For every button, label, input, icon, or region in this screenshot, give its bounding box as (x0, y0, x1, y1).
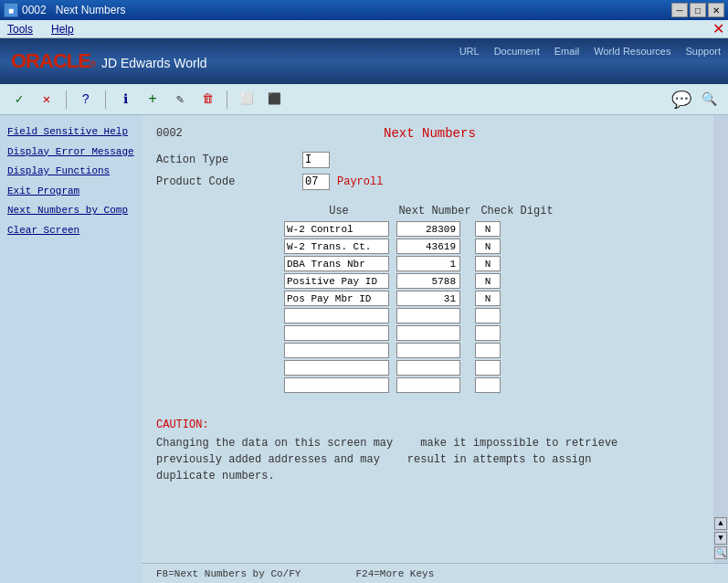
nav-document[interactable]: Document (494, 46, 540, 57)
grid-check-5[interactable] (475, 308, 501, 323)
grid-number-7[interactable] (396, 343, 460, 358)
copy-button[interactable]: ⬜ (235, 88, 258, 111)
sidebar-item-next-numbers-comp[interactable]: Next Numbers by Comp (0, 201, 142, 221)
scroll-up-button[interactable]: ▲ (714, 517, 727, 530)
sidebar-item-display-functions[interactable]: Display Functions (0, 162, 142, 182)
grid-number-1[interactable] (396, 238, 460, 254)
grid-use-6[interactable] (284, 325, 389, 341)
grid-check-2[interactable] (475, 256, 501, 271)
grid-check-4[interactable] (475, 291, 501, 306)
fkey-f24[interactable]: F24=More Keys (355, 568, 434, 579)
title-bar-controls: ─ □ ✕ (671, 3, 724, 17)
help-button[interactable]: ? (74, 88, 98, 111)
maximize-button[interactable]: □ (690, 3, 706, 17)
col-header-check-digit: Check Digit (476, 205, 558, 217)
delete-button[interactable]: 🗑 (195, 88, 219, 111)
grid-number-2[interactable] (396, 256, 460, 271)
sidebar-item-exit-program[interactable]: Exit Program (0, 182, 142, 202)
scroll-zoom-button[interactable]: 🔍 (714, 546, 727, 559)
grid-use-2[interactable] (284, 256, 389, 271)
nav-email[interactable]: Email (554, 46, 580, 57)
menu-bar: Tools Help ✕ (0, 20, 728, 38)
grid-number-5[interactable] (396, 308, 460, 323)
sidebar-item-clear-screen[interactable]: Clear Screen (0, 221, 142, 241)
jde-text: JD Edwards World (101, 56, 207, 70)
scroll-down-button[interactable]: ▼ (714, 532, 727, 545)
sidebar-item-field-help[interactable]: Field Sensitive Help (0, 122, 142, 143)
grid-check-6[interactable] (475, 325, 501, 341)
product-code-label: Product Code (156, 175, 302, 188)
action-type-input[interactable] (302, 152, 330, 168)
cancel-button[interactable]: ✕ (35, 88, 58, 111)
fkey-f8[interactable]: F8=Next Numbers by Co/FY (156, 568, 301, 579)
grid-number-4[interactable] (396, 291, 460, 306)
caution-line2b: result in attempts to assign (407, 451, 592, 468)
info-button[interactable]: ℹ (113, 88, 137, 111)
add-button[interactable]: + (141, 88, 164, 111)
form-title: Next Numbers (183, 126, 677, 141)
caution-row3: duplicate numbers. (156, 468, 713, 484)
grid-use-3[interactable] (284, 273, 389, 289)
caution-row2: previously added addresses and may resul… (156, 451, 713, 468)
grid-use-7[interactable] (284, 343, 389, 358)
product-code-input[interactable] (302, 174, 330, 190)
title-bar-text: 0002 Next Numbers (22, 4, 671, 16)
grid-check-9[interactable] (475, 377, 501, 393)
grid-row (165, 221, 713, 237)
search-button[interactable]: 🔍 (697, 88, 721, 111)
close-button[interactable]: ✕ (708, 3, 724, 17)
grid-check-1[interactable] (475, 238, 501, 254)
action-type-row: Action Type (156, 152, 713, 168)
caution-row1: Changing the data on this screen may mak… (156, 435, 713, 451)
grid-row (165, 238, 713, 254)
menu-help[interactable]: Help (47, 22, 78, 37)
menu-tools[interactable]: Tools (4, 22, 37, 37)
minimize-button[interactable]: ─ (671, 3, 688, 17)
separator (66, 90, 67, 109)
chat-button[interactable]: 💬 (670, 88, 693, 111)
nav-world-resources[interactable]: World Resources (594, 46, 670, 57)
separator3 (227, 90, 227, 109)
grid-check-0[interactable] (475, 221, 501, 237)
grid-use-5[interactable] (284, 308, 389, 323)
separator2 (105, 90, 106, 109)
caution-line3: duplicate numbers. (156, 470, 275, 482)
form-id: 0002 (156, 127, 183, 140)
title-text: Next Numbers (56, 4, 126, 16)
grid-use-0[interactable] (284, 221, 389, 237)
title-id: 0002 (22, 4, 47, 16)
grid-use-8[interactable] (284, 360, 389, 376)
grid-number-6[interactable] (396, 325, 460, 341)
grid-number-8[interactable] (396, 360, 460, 376)
grid-use-9[interactable] (284, 377, 389, 393)
right-scrollbar: ▲ ▼ 🔍 (713, 115, 728, 563)
oracle-header: ORACLE® JD Edwards World URL Document Em… (0, 38, 728, 84)
grid-row (165, 360, 713, 376)
caution-line1a: Changing the data on this screen may (156, 435, 393, 451)
grid-check-8[interactable] (475, 360, 501, 376)
nav-support[interactable]: Support (685, 46, 721, 57)
check-button[interactable]: ✓ (7, 88, 31, 111)
caution-label: CAUTION: (156, 419, 713, 431)
product-code-desc: Payroll (337, 175, 383, 188)
sidebar-item-display-error[interactable]: Display Error Message (0, 143, 142, 163)
grid-check-3[interactable] (475, 273, 501, 289)
grid-row (165, 256, 713, 271)
product-code-row: Product Code Payroll (156, 174, 713, 190)
grid-number-0[interactable] (396, 221, 460, 237)
paste-button[interactable]: ⬛ (262, 88, 286, 111)
oracle-logo: ORACLE® JD Edwards World (11, 49, 207, 73)
edit-button[interactable]: ✎ (168, 88, 192, 111)
grid-number-9[interactable] (396, 377, 460, 393)
data-grid: Use Next Number Check Digit (156, 205, 713, 393)
grid-row (165, 308, 713, 323)
grid-row (165, 377, 713, 393)
grid-number-3[interactable] (396, 273, 460, 289)
grid-use-1[interactable] (284, 238, 389, 254)
close-icon[interactable]: ✕ (712, 20, 724, 37)
nav-url[interactable]: URL (459, 46, 480, 57)
grid-check-7[interactable] (475, 343, 501, 358)
grid-use-4[interactable] (284, 291, 389, 306)
registered-icon: ® (90, 60, 96, 70)
form-header: 0002 Next Numbers (156, 126, 713, 141)
